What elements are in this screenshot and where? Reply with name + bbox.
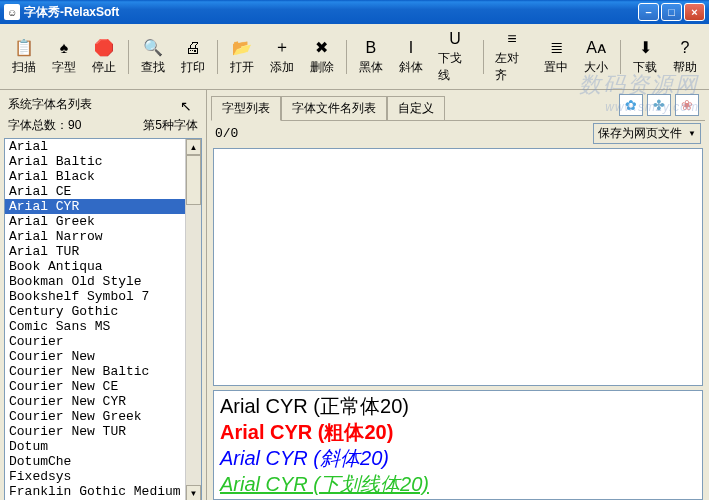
font-icon: ♠ [54, 38, 74, 58]
delete-icon: ✖ [312, 38, 332, 58]
scroll-thumb[interactable] [186, 155, 201, 205]
font-item[interactable]: Arial CYR [5, 199, 185, 214]
delete-button[interactable]: ✖删除 [302, 35, 342, 79]
font-item[interactable]: Fixedsys [5, 469, 185, 484]
font-button[interactable]: ♠字型 [44, 35, 84, 79]
scroll-track[interactable] [186, 155, 201, 485]
scan-icon: 📋 [14, 38, 34, 58]
print-icon: 🖨 [183, 38, 203, 58]
sample-line: Arial CYR (粗体20) [220, 419, 696, 445]
toolbar: 📋扫描♠字型🛑停止🔍查找🖨打印📂打开＋添加✖删除B黑体I斜体U下戈线≡左对齐≣置… [0, 24, 709, 90]
sample-line: Arial CYR (正常体20) [220, 393, 696, 419]
tab-自定义[interactable]: 自定义 [387, 96, 445, 120]
font-label: 字型 [52, 59, 76, 76]
font-item[interactable]: Courier [5, 334, 185, 349]
font-item[interactable]: Courier New Baltic [5, 364, 185, 379]
print-button[interactable]: 🖨打印 [173, 35, 213, 79]
toolbar-separator [483, 40, 484, 74]
add-icon: ＋ [272, 38, 292, 58]
decor-button-1[interactable]: ✤ [647, 94, 671, 116]
align-left-icon: ≡ [502, 29, 522, 49]
toolbar-separator [620, 40, 621, 74]
help-button[interactable]: ?帮助 [665, 35, 705, 79]
preview-area [213, 148, 703, 386]
delete-label: 删除 [310, 59, 334, 76]
scan-button[interactable]: 📋扫描 [4, 35, 44, 79]
add-button[interactable]: ＋添加 [262, 35, 302, 79]
find-button[interactable]: 🔍查找 [133, 35, 173, 79]
font-item[interactable]: Arial Black [5, 169, 185, 184]
size-button[interactable]: Aᴀ大小 [576, 35, 616, 79]
download-label: 下载 [633, 59, 657, 76]
bold-button[interactable]: B黑体 [351, 35, 391, 79]
open-icon: 📂 [232, 38, 252, 58]
font-item[interactable]: Courier New Greek [5, 409, 185, 424]
titlebar: ☺ 字体秀-RelaxSoft – □ × [0, 0, 709, 24]
sample-line: Arial CYR (下划线体20) [220, 471, 696, 497]
minimize-button[interactable]: – [638, 3, 659, 21]
font-count-label: 字体总数：90 [8, 117, 81, 134]
scroll-up-button[interactable]: ▲ [186, 139, 201, 155]
font-item[interactable]: Arial Greek [5, 214, 185, 229]
font-item[interactable]: Courier New CYR [5, 394, 185, 409]
align-left-label: 左对齐 [495, 50, 529, 84]
font-list[interactable]: ArialArial BalticArial BlackArial CEAria… [5, 139, 185, 500]
left-panel: 系统字体名列表 字体总数：90 第5种字体 ArialArial BalticA… [0, 90, 207, 500]
sample-area: Arial CYR (正常体20)Arial CYR (粗体20)Arial C… [213, 390, 703, 500]
save-dropdown-label: 保存为网页文件 [598, 125, 682, 142]
font-list-scrollbar[interactable]: ▲ ▼ [185, 139, 201, 500]
font-item[interactable]: Bookshelf Symbol 7 [5, 289, 185, 304]
size-icon: Aᴀ [586, 38, 606, 58]
font-item[interactable]: Arial TUR [5, 244, 185, 259]
toolbar-separator [128, 40, 129, 74]
app-icon: ☺ [4, 4, 20, 20]
help-icon: ? [675, 38, 695, 58]
stop-button[interactable]: 🛑停止 [84, 35, 124, 79]
font-item[interactable]: Courier New CE [5, 379, 185, 394]
align-left-button[interactable]: ≡左对齐 [488, 26, 536, 87]
size-label: 大小 [584, 59, 608, 76]
font-item[interactable]: Bookman Old Style [5, 274, 185, 289]
align-center-label: 置中 [544, 59, 568, 76]
counter-text: 0/0 [215, 126, 238, 141]
download-button[interactable]: ⬇下载 [625, 35, 665, 79]
font-item[interactable]: Arial Narrow [5, 229, 185, 244]
font-item[interactable]: Courier New [5, 349, 185, 364]
underline-icon: U [445, 29, 465, 49]
help-label: 帮助 [673, 59, 697, 76]
decor-button-2[interactable]: ❀ [675, 94, 699, 116]
align-center-button[interactable]: ≣置中 [536, 35, 576, 79]
toolbar-separator [217, 40, 218, 74]
scroll-down-button[interactable]: ▼ [186, 485, 201, 500]
toolbar-separator [346, 40, 347, 74]
close-button[interactable]: × [684, 3, 705, 21]
font-item[interactable]: Comic Sans MS [5, 319, 185, 334]
font-item[interactable]: Dotum [5, 439, 185, 454]
right-panel: 字型列表字体文件名列表自定义 ✿✤❀ 0/0 保存为网页文件 Arial CYR… [207, 90, 709, 500]
font-item[interactable]: Arial [5, 139, 185, 154]
bold-icon: B [361, 38, 381, 58]
font-item[interactable]: Franklin Gothic Medium [5, 484, 185, 499]
print-label: 打印 [181, 59, 205, 76]
sample-line: Arial CYR (斜体20) [220, 445, 696, 471]
italic-label: 斜体 [399, 59, 423, 76]
decor-button-0[interactable]: ✿ [619, 94, 643, 116]
font-item[interactable]: Book Antiqua [5, 259, 185, 274]
font-item[interactable]: DotumChe [5, 454, 185, 469]
font-item[interactable]: Century Gothic [5, 304, 185, 319]
align-center-icon: ≣ [546, 38, 566, 58]
underline-button[interactable]: U下戈线 [431, 26, 479, 87]
font-item[interactable]: Courier New TUR [5, 424, 185, 439]
tab-字型列表[interactable]: 字型列表 [211, 96, 281, 121]
maximize-button[interactable]: □ [661, 3, 682, 21]
stop-icon: 🛑 [94, 38, 114, 58]
font-item[interactable]: Arial Baltic [5, 154, 185, 169]
open-label: 打开 [230, 59, 254, 76]
left-panel-header: 系统字体名列表 [4, 94, 202, 115]
tab-字体文件名列表[interactable]: 字体文件名列表 [281, 96, 387, 120]
window-title: 字体秀-RelaxSoft [24, 4, 638, 21]
font-item[interactable]: Arial CE [5, 184, 185, 199]
save-dropdown[interactable]: 保存为网页文件 [593, 123, 701, 144]
open-button[interactable]: 📂打开 [222, 35, 262, 79]
italic-button[interactable]: I斜体 [391, 35, 431, 79]
